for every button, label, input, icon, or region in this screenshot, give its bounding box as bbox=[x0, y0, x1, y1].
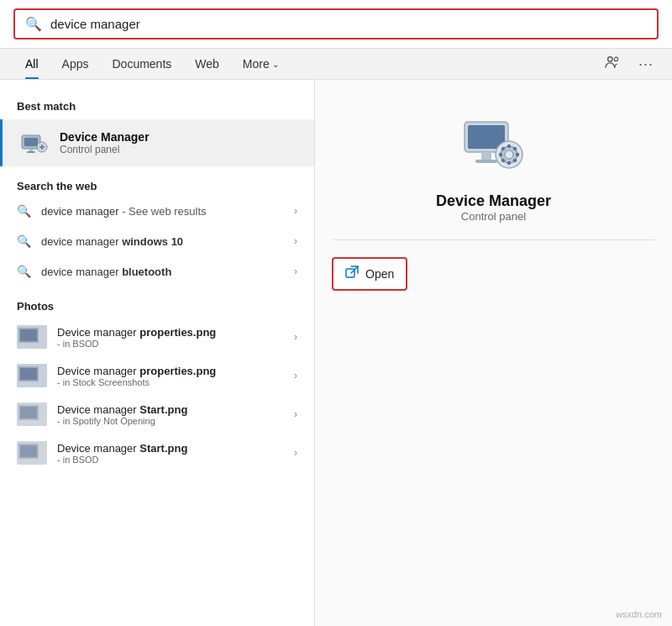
web-result-1[interactable]: 🔍 device manager - See web results › bbox=[0, 196, 314, 226]
svg-rect-5 bbox=[27, 151, 35, 153]
right-app-name: Device Manager bbox=[436, 192, 551, 210]
photo-subtitle-3: - in Spotify Not Opening bbox=[57, 416, 294, 426]
ellipsis-icon: ··· bbox=[638, 55, 654, 72]
people-icon-button[interactable] bbox=[600, 50, 625, 79]
photo-subtitle-2: - in Stock Screenshots bbox=[57, 377, 294, 387]
right-panel: Device Manager Control panel Open bbox=[315, 80, 672, 626]
svg-rect-11 bbox=[20, 329, 37, 341]
watermark: wsxdn.com bbox=[616, 609, 662, 619]
tabs-bar: All Apps Documents Web More ⌄ ··· bbox=[0, 49, 672, 80]
photo-row-1[interactable]: Device manager properties.png - in BSOD … bbox=[0, 318, 314, 356]
chevron-icon-3: › bbox=[294, 266, 297, 277]
divider bbox=[332, 239, 655, 240]
search-input[interactable] bbox=[50, 17, 647, 31]
svg-rect-20 bbox=[20, 445, 37, 457]
chevron-icon-1: › bbox=[294, 205, 297, 217]
svg-rect-14 bbox=[20, 368, 37, 380]
photo-info-3: Device manager Start.png - in Spotify No… bbox=[57, 403, 294, 426]
chevron-icon-photo-3: › bbox=[294, 408, 297, 420]
chevron-down-icon: ⌄ bbox=[272, 60, 279, 69]
svg-rect-24 bbox=[475, 160, 497, 163]
web-result-3[interactable]: 🔍 device manager bluetooth › bbox=[0, 256, 314, 287]
photo-thumb-2 bbox=[17, 364, 47, 387]
left-panel: Best match Device Manager Control panel bbox=[0, 80, 315, 626]
svg-rect-3 bbox=[24, 138, 38, 146]
search-icon: 🔍 bbox=[25, 16, 42, 32]
web-result-2[interactable]: 🔍 device manager windows 10 › bbox=[0, 226, 314, 256]
tab-more[interactable]: More ⌄ bbox=[231, 49, 291, 79]
search-bar-container: 🔍 bbox=[0, 0, 672, 49]
chevron-icon-photo-2: › bbox=[294, 370, 297, 381]
photo-info-4: Device manager Start.png - in BSOD bbox=[57, 442, 294, 465]
svg-rect-23 bbox=[481, 152, 491, 160]
svg-rect-29 bbox=[499, 153, 502, 156]
open-button-label: Open bbox=[365, 267, 394, 281]
photo-subtitle-1: - in BSOD bbox=[57, 339, 294, 349]
chevron-icon-photo-1: › bbox=[294, 331, 297, 343]
svg-point-1 bbox=[614, 57, 618, 61]
photo-title-3: Device manager Start.png bbox=[57, 403, 294, 416]
svg-rect-17 bbox=[20, 407, 37, 418]
photo-thumb-3 bbox=[17, 402, 47, 426]
app-icon-large bbox=[456, 105, 532, 181]
photo-info-1: Device manager properties.png - in BSOD bbox=[57, 326, 294, 349]
tabs-right: ··· bbox=[600, 50, 659, 79]
svg-point-35 bbox=[505, 150, 513, 159]
chevron-icon-photo-4: › bbox=[294, 447, 297, 459]
photos-section: Photos Device manager properties.png - i… bbox=[0, 293, 314, 472]
photo-thumb-4 bbox=[17, 441, 47, 465]
more-options-button[interactable]: ··· bbox=[633, 50, 659, 78]
photo-title-2: Device manager properties.png bbox=[57, 365, 294, 377]
photo-row-3[interactable]: Device manager Start.png - in Spotify No… bbox=[0, 395, 314, 434]
best-match-app-subtitle: Control panel bbox=[60, 144, 150, 155]
svg-rect-28 bbox=[507, 161, 511, 165]
svg-rect-27 bbox=[507, 145, 511, 148]
right-app-type: Control panel bbox=[461, 210, 526, 223]
tab-apps[interactable]: Apps bbox=[50, 49, 101, 79]
open-button[interactable]: Open bbox=[332, 257, 407, 291]
photo-title-4: Device manager Start.png bbox=[57, 442, 294, 455]
photo-title-1: Device manager properties.png bbox=[57, 326, 294, 339]
svg-rect-30 bbox=[516, 153, 519, 156]
best-match-item[interactable]: Device Manager Control panel bbox=[0, 119, 314, 166]
photo-row-2[interactable]: Device manager properties.png - in Stock… bbox=[0, 356, 314, 395]
photo-row-4[interactable]: Device manager Start.png - in BSOD › bbox=[0, 434, 314, 472]
search-small-icon-2: 🔍 bbox=[17, 234, 31, 248]
tabs-left: All Apps Documents Web More ⌄ bbox=[13, 49, 291, 79]
svg-point-0 bbox=[608, 56, 612, 60]
best-match-text: Device Manager Control panel bbox=[60, 130, 150, 155]
photos-title: Photos bbox=[0, 293, 314, 318]
search-small-icon-1: 🔍 bbox=[17, 204, 31, 218]
open-external-icon bbox=[345, 266, 359, 282]
search-box: 🔍 bbox=[13, 8, 659, 39]
action-buttons: Open bbox=[332, 257, 655, 291]
chevron-icon-2: › bbox=[294, 235, 297, 247]
photo-thumb-1 bbox=[17, 325, 47, 349]
web-result-text-1: device manager - See web results bbox=[41, 205, 294, 218]
tab-web[interactable]: Web bbox=[183, 49, 231, 79]
tab-all[interactable]: All bbox=[13, 49, 50, 79]
best-match-title: Best match bbox=[0, 93, 314, 118]
search-small-icon-3: 🔍 bbox=[17, 265, 31, 278]
photo-info-2: Device manager properties.png - in Stock… bbox=[57, 365, 294, 387]
web-result-text-3: device manager bluetooth bbox=[41, 266, 294, 278]
main-content: Best match Device Manager Control panel bbox=[0, 80, 672, 626]
web-result-text-2: device manager windows 10 bbox=[41, 235, 294, 248]
best-match-app-icon bbox=[19, 128, 50, 158]
best-match-app-title: Device Manager bbox=[60, 130, 150, 144]
photo-subtitle-4: - in BSOD bbox=[57, 455, 294, 465]
web-search-title: Search the web bbox=[0, 173, 314, 196]
tab-documents[interactable]: Documents bbox=[100, 49, 183, 79]
